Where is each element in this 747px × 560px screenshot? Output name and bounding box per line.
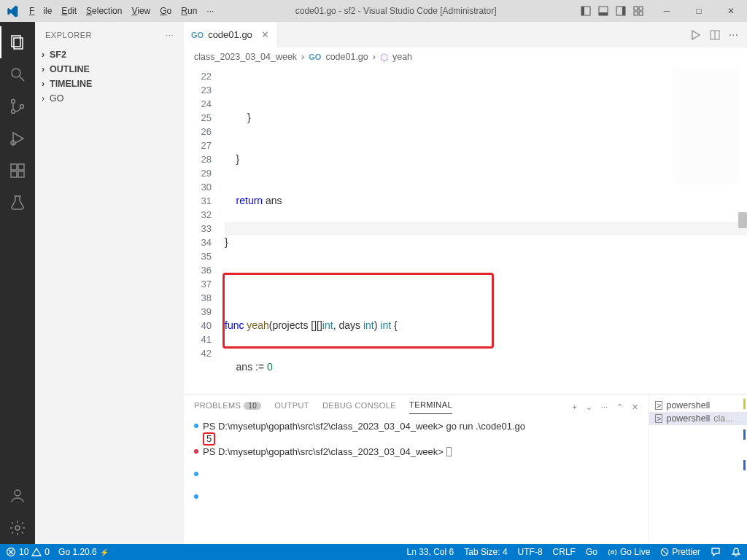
panel-tab-output[interactable]: OUTPUT xyxy=(274,401,309,414)
svg-rect-5 xyxy=(622,7,625,15)
status-eol[interactable]: CRLF xyxy=(553,547,576,557)
window-controls: ─ □ ✕ xyxy=(651,0,747,22)
status-prettier[interactable]: Prettier xyxy=(660,547,700,557)
svg-line-13 xyxy=(20,77,24,81)
sidebar-section-timeline[interactable]: ›TIMELINE xyxy=(35,77,184,91)
maximize-button[interactable]: □ xyxy=(683,0,715,22)
svg-rect-19 xyxy=(11,171,17,177)
customize-layout-icon[interactable] xyxy=(633,6,643,16)
svg-rect-18 xyxy=(11,164,17,170)
breadcrumb-file[interactable]: code01.go xyxy=(325,52,368,62)
go-file-icon: GO xyxy=(191,31,204,39)
menu-edit[interactable]: Edit xyxy=(57,6,81,16)
panel-tab-debug[interactable]: DEBUG CONSOLE xyxy=(322,401,396,414)
close-button[interactable]: ✕ xyxy=(715,0,747,22)
terminal-list-item[interactable]: >powershell xyxy=(649,399,747,412)
code-lines[interactable]: } } return ans } func yeah(projects [][]… xyxy=(225,66,398,394)
breadcrumb-folder[interactable]: class_2023_03_04_week xyxy=(194,52,297,62)
search-icon[interactable] xyxy=(0,58,35,90)
svg-rect-7 xyxy=(639,7,643,10)
svg-rect-8 xyxy=(634,12,638,15)
svg-rect-9 xyxy=(639,12,643,15)
run-debug-icon[interactable] xyxy=(0,122,35,155)
svg-line-31 xyxy=(662,550,667,555)
editor-tabs: GO code01.go ✕ ··· xyxy=(184,22,747,47)
svg-point-23 xyxy=(15,526,20,530)
status-feedback-icon[interactable] xyxy=(711,547,721,557)
menu-run[interactable]: Run xyxy=(177,6,201,16)
terminal-dropdown-icon[interactable]: ⌄ xyxy=(586,402,592,412)
terminal-cursor xyxy=(446,447,452,456)
minimap[interactable] xyxy=(673,68,740,184)
window-title: code01.go - sf2 - Visual Studio Code [Ad… xyxy=(218,6,573,16)
toggle-primary-sidebar-icon[interactable] xyxy=(581,6,591,16)
svg-rect-6 xyxy=(634,7,638,10)
status-ln-col[interactable]: Ln 33, Col 6 xyxy=(407,547,454,557)
titlebar: File Edit Selection View Go Run ··· code… xyxy=(0,0,747,22)
editor-group: GO code01.go ✕ ··· class_2023_03_04_week… xyxy=(184,22,747,544)
svg-rect-3 xyxy=(599,12,608,15)
svg-point-16 xyxy=(20,105,24,109)
toggle-panel-icon[interactable] xyxy=(598,6,608,16)
source-control-icon[interactable] xyxy=(0,90,35,122)
status-golive[interactable]: Go Live xyxy=(608,547,650,557)
tab-code01[interactable]: GO code01.go ✕ xyxy=(184,22,277,47)
svg-point-14 xyxy=(12,100,15,104)
menu-more[interactable]: ··· xyxy=(202,6,218,16)
breadcrumb-symbol[interactable]: yeah xyxy=(392,52,412,62)
sidebar-section-outline[interactable]: ›OUTLINE xyxy=(35,62,184,77)
sidebar: EXPLORER ··· ›SF2 ›OUTLINE ›TIMELINE ›GO xyxy=(35,22,184,544)
sidebar-section-sf2[interactable]: ›SF2 xyxy=(35,47,184,62)
svg-rect-21 xyxy=(18,164,24,170)
terminal-list-item[interactable]: >powershell cla... xyxy=(649,412,747,425)
minimize-button[interactable]: ─ xyxy=(651,0,683,22)
status-language[interactable]: Go xyxy=(586,547,597,557)
new-terminal-icon[interactable]: + xyxy=(572,402,576,412)
explorer-header: EXPLORER ··· xyxy=(35,22,184,47)
scrollbar-thumb[interactable] xyxy=(738,212,747,228)
powershell-icon: > xyxy=(655,401,662,410)
line-number-gutter: 22232425 26272829 30313233 34353637 3839… xyxy=(184,66,225,394)
menu-view[interactable]: View xyxy=(127,6,155,16)
explorer-icon[interactable] xyxy=(0,26,35,58)
status-encoding[interactable]: UTF-8 xyxy=(518,547,543,557)
svg-point-15 xyxy=(12,110,15,114)
run-code-icon[interactable] xyxy=(689,29,701,41)
menu-selection[interactable]: Selection xyxy=(82,6,126,16)
editor-more-icon[interactable]: ··· xyxy=(729,28,738,42)
split-editor-icon[interactable] xyxy=(710,30,720,40)
menu-file[interactable]: File xyxy=(25,6,56,16)
sidebar-section-go[interactable]: ›GO xyxy=(35,91,184,106)
accounts-icon[interactable] xyxy=(0,480,35,512)
status-problems[interactable]: 10 0 xyxy=(6,547,50,557)
testing-icon[interactable] xyxy=(0,187,35,219)
close-tab-icon[interactable]: ✕ xyxy=(257,29,269,40)
problems-badge: 10 xyxy=(244,402,261,410)
terminal-prompt: PS D:\mysetup\gopath\src\sf2\class_2023_… xyxy=(203,421,444,432)
svg-point-22 xyxy=(15,490,20,496)
breadcrumb[interactable]: class_2023_03_04_week › GO code01.go › ⬡… xyxy=(184,47,747,66)
terminal[interactable]: PS D:\mysetup\gopath\src\sf2\class_2023_… xyxy=(184,414,649,544)
extensions-icon[interactable] xyxy=(0,155,35,187)
explorer-more-icon[interactable]: ··· xyxy=(166,31,174,39)
panel-close-icon[interactable]: ✕ xyxy=(632,402,638,412)
bottom-panel: PROBLEMS10 OUTPUT DEBUG CONSOLE TERMINAL… xyxy=(184,394,747,544)
status-tab-size[interactable]: Tab Size: 4 xyxy=(464,547,507,557)
panel-tabs: PROBLEMS10 OUTPUT DEBUG CONSOLE TERMINAL… xyxy=(184,394,649,414)
menu-go[interactable]: Go xyxy=(155,6,176,16)
tab-label: code01.go xyxy=(208,29,252,40)
panel-more-icon[interactable]: ··· xyxy=(601,402,608,412)
settings-icon[interactable] xyxy=(0,512,35,544)
statusbar: 10 0 Go 1.20.6 ⚡ Ln 33, Col 6 Tab Size: … xyxy=(0,544,747,560)
panel-maximize-icon[interactable]: ⌃ xyxy=(616,402,623,412)
svg-rect-20 xyxy=(18,171,24,177)
toggle-secondary-sidebar-icon[interactable] xyxy=(616,6,626,16)
status-go-version[interactable]: Go 1.20.6 ⚡ xyxy=(58,547,109,557)
status-bell-icon[interactable] xyxy=(731,547,741,557)
code-editor[interactable]: 22232425 26272829 30313233 34353637 3839… xyxy=(184,66,747,394)
panel-tab-problems[interactable]: PROBLEMS10 xyxy=(194,401,261,414)
svg-rect-1 xyxy=(581,7,584,15)
menubar: File Edit Selection View Go Run ··· xyxy=(25,6,218,16)
svg-point-29 xyxy=(611,551,614,553)
panel-tab-terminal[interactable]: TERMINAL xyxy=(409,400,452,414)
